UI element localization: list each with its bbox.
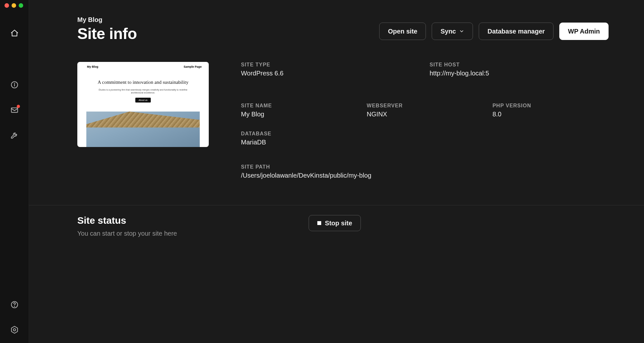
site-host-label: SITE HOST	[430, 62, 609, 68]
preview-site-name: My Blog	[87, 65, 98, 68]
svg-point-6	[13, 329, 15, 331]
page-title: Site info	[77, 25, 137, 43]
header-actions: Open site Sync Database manager WP Admin	[379, 23, 609, 40]
site-path-value[interactable]: /Users/joelolawanle/DevKinsta/public/my-…	[241, 172, 609, 179]
site-status-title: Site status	[77, 215, 177, 226]
preview-nav-item: Sample Page	[184, 65, 202, 68]
settings-icon[interactable]	[10, 326, 19, 334]
breadcrumb: My Blog	[77, 16, 137, 24]
open-site-label: Open site	[388, 28, 417, 35]
site-type-label: SITE TYPE	[241, 62, 420, 68]
wp-admin-button[interactable]: WP Admin	[559, 23, 609, 40]
php-version-value: 8.0	[493, 111, 609, 118]
window-traffic-lights	[5, 3, 23, 8]
preview-hero-title: A commitment to innovation and sustainab…	[93, 79, 193, 86]
home-icon[interactable]	[10, 29, 19, 37]
webserver-label: WEBSERVER	[367, 103, 483, 109]
site-path-label: SITE PATH	[241, 164, 609, 170]
wp-admin-label: WP Admin	[568, 28, 600, 35]
site-status-subtitle: You can start or stop your site here	[77, 230, 177, 237]
preview-about-button: About us	[135, 98, 151, 103]
webserver-value: NGINX	[367, 111, 483, 118]
mail-icon[interactable]	[10, 106, 19, 114]
svg-point-2	[14, 83, 14, 83]
wrench-icon[interactable]	[10, 131, 19, 139]
db-manager-label: Database manager	[487, 28, 545, 35]
database-value: MariaDB	[241, 139, 357, 146]
window-close-icon[interactable]	[5, 3, 9, 8]
stop-site-button[interactable]: Stop site	[309, 215, 361, 231]
site-host-value[interactable]: http://my-blog.local:5	[430, 70, 609, 77]
window-zoom-icon[interactable]	[19, 3, 23, 8]
database-manager-button[interactable]: Database manager	[479, 23, 553, 40]
preview-hero-subtitle: Études is a pioneering firm that seamles…	[93, 88, 193, 95]
stop-site-label: Stop site	[325, 220, 352, 227]
notification-badge	[17, 105, 20, 108]
sync-label: Sync	[440, 28, 456, 35]
site-name-value: My Blog	[241, 111, 357, 118]
sidebar	[0, 0, 29, 343]
section-divider	[29, 205, 644, 205]
site-type-value: WordPress 6.6	[241, 70, 420, 77]
svg-rect-3	[11, 108, 18, 113]
site-preview-thumbnail[interactable]: My Blog Sample Page A commitment to inno…	[77, 62, 209, 147]
chevron-down-icon	[459, 29, 464, 34]
info-icon[interactable]	[10, 81, 19, 89]
database-label: DATABASE	[241, 131, 357, 137]
php-version-label: PHP VERSION	[493, 103, 609, 109]
svg-point-5	[14, 306, 14, 307]
window-minimize-icon[interactable]	[12, 3, 16, 8]
preview-hero-image	[86, 112, 200, 147]
main-content: My Blog Site info Open site Sync Databas…	[29, 0, 644, 343]
open-site-button[interactable]: Open site	[379, 23, 426, 40]
help-icon[interactable]	[10, 300, 19, 309]
site-name-label: SITE NAME	[241, 103, 357, 109]
sync-button[interactable]: Sync	[432, 23, 473, 40]
stop-icon	[317, 221, 321, 225]
